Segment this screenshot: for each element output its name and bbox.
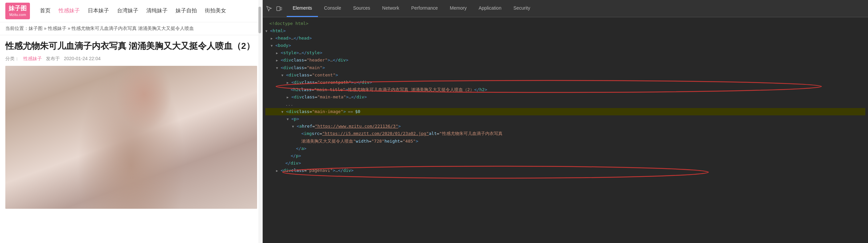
site-header: 妹子图 Mzitu.com 首页 性感妹子 日本妹子 台湾妹子 清纯妹子 妹子自… — [0, 0, 262, 22]
nav-taiwan[interactable]: 台湾妹子 — [117, 7, 138, 14]
post-meta: 分类： 性感妹子 发布于 2020-01-24 22:04 — [0, 55, 262, 66]
doctype-text: <!doctype html> — [269, 20, 308, 27]
device-toggle-icon[interactable] — [275, 5, 283, 12]
ellipsis-line: ... — [266, 101, 865, 108]
dollar-sign: $0 — [355, 108, 361, 115]
div-main-meta-line[interactable]: <div class="main-meta" >…</div> — [266, 93, 865, 101]
body-line[interactable]: <body> — [266, 42, 865, 49]
div-content-line[interactable]: <div class="content" > — [266, 71, 865, 79]
nav-pure[interactable]: 清纯妹子 — [146, 7, 167, 14]
post-image-area — [0, 66, 262, 209]
page-title-area: 性感尤物朱可儿血滴子内衣写真 汹涌美胸又大又挺令人喷血（2） — [0, 35, 262, 55]
p-open-line[interactable]: <p> — [266, 115, 865, 123]
meta-category-label: 分类： — [5, 56, 19, 62]
html-open-tag: < — [270, 27, 273, 35]
style-line[interactable]: <style>…</style> — [266, 49, 865, 57]
div-header-arrow[interactable] — [276, 58, 280, 63]
body-arrow[interactable] — [271, 43, 275, 49]
scrollbar-thumb[interactable] — [258, 7, 261, 33]
tab-security-label: Security — [514, 5, 530, 11]
nav-japan[interactable]: 日本妹子 — [88, 7, 109, 14]
nav-selfie[interactable]: 妹子自拍 — [176, 7, 197, 14]
a-arrow[interactable] — [292, 124, 296, 129]
devtools-toolbar: Elements Console Sources Network Perform… — [263, 0, 868, 17]
tab-security[interactable]: Security — [507, 0, 536, 17]
nav-home[interactable]: 首页 — [40, 7, 51, 14]
svg-rect-0 — [277, 7, 280, 11]
a-tag-line[interactable]: <a href="https://www.mzitu.com/221136/3"… — [266, 123, 865, 130]
model-silhouette — [5, 66, 257, 209]
page-title: 性感尤物朱可儿血滴子内衣写真 汹涌美胸又大又挺令人喷血（2） — [5, 40, 257, 52]
tab-console-label: Console — [324, 5, 341, 11]
tab-network[interactable]: Network — [376, 0, 405, 17]
breadcrumb: 当前位置：妹子图 » 性感妹子 » 性感尤物朱可儿血滴子内衣写真 汹涌美胸又大又… — [0, 22, 262, 35]
div-pagenavi-line[interactable]: <div class="pagenavi" >…</div> — [266, 167, 865, 174]
doctype-line[interactable]: <!doctype html> — [266, 20, 865, 27]
p-arrow[interactable] — [287, 116, 291, 122]
svg-rect-1 — [280, 7, 282, 10]
element-picker-icon[interactable] — [266, 5, 273, 12]
div-currentpath-line[interactable]: <div class="currentpath" >…</div> — [266, 79, 865, 86]
img-tag-cont-line[interactable]: 汹涌美胸又大又挺令人喷血" width="728" height="485" > — [266, 138, 865, 145]
nav-sexy[interactable]: 性感妹子 — [59, 7, 80, 14]
tab-memory-label: Memory — [450, 5, 467, 11]
devtools-content: <!doctype html> <html> <head>…</head> <b… — [263, 17, 868, 177]
h2-main-title-line[interactable]: <h2 class="main-title" >性感尤物朱可儿血滴子内衣写真 汹… — [266, 86, 865, 93]
head-line[interactable]: <head>…</head> — [266, 35, 865, 42]
div-content-arrow[interactable] — [281, 72, 285, 78]
div-close-line[interactable]: </div> — [266, 159, 865, 167]
style-arrow[interactable] — [276, 50, 280, 56]
div-main-image-line[interactable]: <div class="main-image" > == $0 — [266, 108, 865, 115]
tab-network-label: Network — [382, 5, 399, 11]
tab-elements[interactable]: Elements — [287, 0, 318, 17]
website-panel: 妹子图 Mzitu.com 首页 性感妹子 日本妹子 台湾妹子 清纯妹子 妹子自… — [0, 0, 263, 243]
div-pagenavi-arrow[interactable] — [276, 168, 280, 174]
div-main-image-arrow[interactable] — [281, 109, 285, 115]
logo-subtext: Mzitu.com — [9, 12, 27, 17]
meta-category-value[interactable]: 性感妹子 — [23, 56, 42, 62]
site-nav: 首页 性感妹子 日本妹子 台湾妹子 清纯妹子 妹子自拍 街拍美女 — [40, 7, 226, 14]
nav-street[interactable]: 街拍美女 — [205, 7, 226, 14]
head-arrow[interactable] — [271, 36, 275, 41]
devtools-content-wrapper: <!doctype html> <html> <head>…</head> <b… — [263, 17, 868, 243]
a-close-line[interactable]: </a> — [266, 145, 865, 152]
tab-application[interactable]: Application — [472, 0, 507, 17]
devtools-tabs: Elements Console Sources Network Perform… — [287, 0, 536, 17]
site-logo[interactable]: 妹子图 Mzitu.com — [5, 3, 30, 19]
html-line[interactable]: <html> — [266, 27, 865, 35]
breadcrumb-text: 当前位置：妹子图 » 性感妹子 » 性感尤物朱可儿血滴子内衣写真 汹涌美胸又大又… — [5, 26, 194, 31]
div-currentpath-arrow[interactable] — [287, 80, 291, 85]
tab-sources-label: Sources — [353, 5, 370, 11]
meta-date-value: 2020-01-24 22:04 — [64, 56, 101, 62]
div-main-arrow[interactable] — [276, 65, 280, 71]
tab-application-label: Application — [478, 5, 501, 11]
tab-sources[interactable]: Sources — [347, 0, 376, 17]
p-close-line[interactable]: </p> — [266, 152, 865, 159]
div-main-line[interactable]: <div class="main" > — [266, 64, 865, 71]
tab-elements-label: Elements — [293, 5, 312, 11]
tab-performance-label: Performance — [411, 5, 438, 11]
div-header-line[interactable]: <div class="header" >…</div> — [266, 57, 865, 64]
logo-text: 妹子图 — [9, 5, 27, 12]
div-main-meta-arrow[interactable] — [287, 94, 291, 100]
devtools-panel: Elements Console Sources Network Perform… — [263, 0, 868, 243]
html-arrow[interactable] — [266, 28, 269, 34]
img-tag-line[interactable]: <img src="https://i5.mmzztt.com/2020/01/… — [266, 130, 865, 137]
devtools-icons — [266, 5, 283, 12]
tab-console[interactable]: Console — [318, 0, 347, 17]
meta-date-label: 发布于 — [46, 56, 60, 62]
tab-performance[interactable]: Performance — [405, 0, 444, 17]
html-tree: <!doctype html> <html> <head>…</head> <b… — [263, 19, 868, 176]
image-content — [5, 66, 257, 209]
tab-memory[interactable]: Memory — [444, 0, 473, 17]
post-image — [5, 66, 257, 209]
page-scrollbar[interactable] — [258, 0, 262, 243]
